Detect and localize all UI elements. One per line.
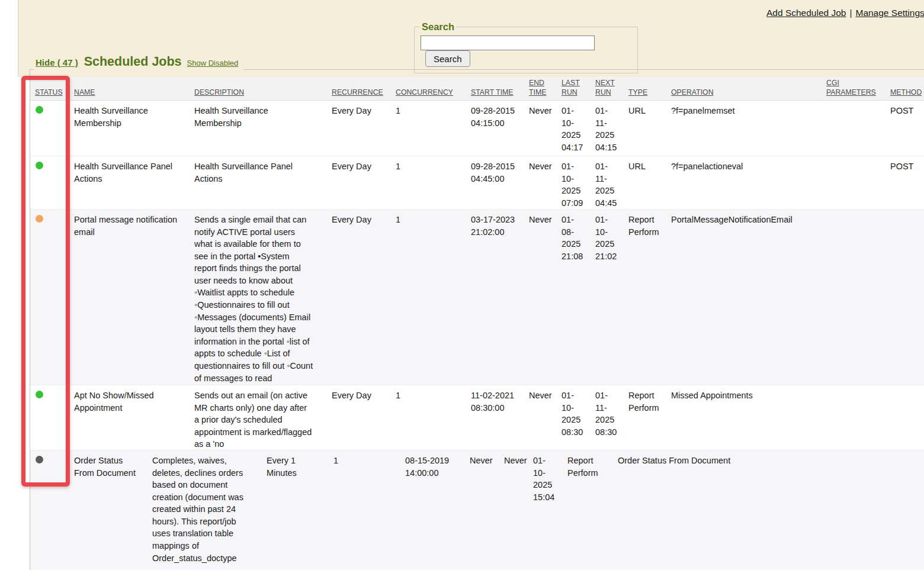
recurrence-cell: Every Day xyxy=(332,385,396,450)
status-cell xyxy=(30,101,74,156)
concurrency-cell: 1 xyxy=(396,101,471,156)
link-separator: | xyxy=(849,8,852,18)
start-time-cell: 09-28-2015 04:45:00 xyxy=(471,156,529,209)
table-row[interactable]: Health Surveillance Membership Health Su… xyxy=(30,101,924,156)
start-time-cell: 03-17-2023 21:02:00 xyxy=(471,210,529,385)
add-scheduled-job-link[interactable]: Add Scheduled Job xyxy=(766,8,846,18)
table-row[interactable]: Portal message notification email Sends … xyxy=(30,209,924,385)
last-run-cell: 01-08-2025 21:08 xyxy=(562,210,595,385)
column-header-last-run: LAST RUN xyxy=(562,77,595,100)
table-row[interactable]: Health Surveillance Panel Actions Health… xyxy=(30,156,924,209)
jobs-panel-legend: Hide ( 47 ) Scheduled Jobs Show Disabled xyxy=(34,54,243,71)
status-dot-green xyxy=(36,106,43,114)
type-cell: URL xyxy=(628,101,671,156)
status-cell xyxy=(30,210,74,385)
concurrency-cell: 1 xyxy=(396,156,471,209)
search-panel: Search Search xyxy=(414,21,638,73)
operation-cell: ?f=panelmemset xyxy=(671,101,826,156)
start-time-cell: 08-15-2019 14:00:00 xyxy=(405,450,470,570)
column-header-name: NAME xyxy=(74,77,194,100)
operation-cell: ?f=panelactioneval xyxy=(671,156,826,209)
top-links: Add Scheduled Job|Manage Settings xyxy=(766,8,924,18)
method-cell xyxy=(890,210,924,385)
description-cell: Sends out an email (on active MR charts … xyxy=(194,385,332,450)
method-cell xyxy=(890,450,924,570)
search-panel-legend: Search xyxy=(419,21,457,33)
status-dot-green xyxy=(36,162,43,169)
search-button[interactable]: Search xyxy=(425,50,470,67)
description-cell: Health Surveillance Membership xyxy=(194,101,332,156)
name-cell: Apt No Show/Missed Appointment xyxy=(74,385,194,450)
next-run-cell: 01-11-2025 04:15 xyxy=(595,101,628,156)
search-input[interactable] xyxy=(421,36,595,50)
page-title: Scheduled Jobs xyxy=(84,54,182,69)
operation-cell: Missed Appointments xyxy=(671,385,826,450)
status-dot-green xyxy=(36,391,43,398)
operation-cell: PortalMessageNotificationEmail xyxy=(671,210,826,385)
column-header-type: TYPE xyxy=(628,77,671,100)
next-run-cell: 01-11-2025 04:45 xyxy=(595,156,628,209)
manage-settings-link[interactable]: Manage Settings xyxy=(855,8,924,18)
column-header-operation: OPERATION xyxy=(671,77,826,100)
concurrency-cell: 1 xyxy=(396,210,471,385)
start-time-cell: 11-02-2021 08:30:00 xyxy=(471,385,529,450)
description-cell: Health Surveillance Panel Actions xyxy=(194,156,332,209)
cgi-parameters-cell xyxy=(826,101,890,156)
method-cell xyxy=(890,385,924,450)
column-header-status: STATUS xyxy=(30,77,74,100)
status-dot-gray xyxy=(36,456,43,463)
cgi-parameters-cell xyxy=(826,210,890,385)
cgi-parameters-cell xyxy=(826,156,890,209)
concurrency-cell: 1 xyxy=(396,385,471,450)
column-header-end-time: END TIME xyxy=(529,77,562,100)
column-header-cgi-parameters: CGI PARAMETERS xyxy=(826,77,890,100)
last-run-cell: 01-10-2025 08:30 xyxy=(562,385,595,450)
table-header-row: STATUS NAME DESCRIPTION RECURRENCE CONCU… xyxy=(30,77,924,101)
recurrence-cell: Every Day xyxy=(332,210,396,385)
column-header-recurrence: RECURRENCE xyxy=(332,77,396,100)
table-row[interactable]: Apt No Show/Missed Appointment Sends out… xyxy=(30,385,924,450)
method-cell: POST xyxy=(890,101,924,156)
name-cell: Health Surveillance Membership xyxy=(74,101,194,156)
column-header-method: METHOD xyxy=(890,77,924,100)
recurrence-cell: Every Day xyxy=(332,101,396,156)
description-cell: Sends a single email that can notify ACT… xyxy=(194,210,332,385)
end-time-cell: Never xyxy=(529,101,562,156)
hide-count-link[interactable]: Hide ( 47 ) xyxy=(36,57,78,67)
method-cell: POST xyxy=(890,156,924,209)
column-header-description: DESCRIPTION xyxy=(194,77,332,100)
last-run-cell: 01-10-2025 07:09 xyxy=(562,156,595,209)
name-cell: Health Surveillance Panel Actions xyxy=(74,156,194,209)
column-header-start-time: START TIME xyxy=(471,77,529,100)
next-run-cell: 01-10-2025 15:04 xyxy=(533,450,567,570)
name-cell: Portal message notification email xyxy=(74,210,194,385)
scheduled-jobs-table: STATUS NAME DESCRIPTION RECURRENCE CONCU… xyxy=(30,77,924,570)
type-cell: Report Perform xyxy=(628,210,671,385)
status-cell xyxy=(30,385,74,450)
next-run-cell: 01-11-2025 08:30 xyxy=(595,385,628,450)
type-cell: Report Perform xyxy=(567,450,618,570)
jobs-panel: STATUS NAME DESCRIPTION RECURRENCE CONCU… xyxy=(30,69,924,570)
concurrency-cell: 1 xyxy=(333,450,405,570)
last-run-cell: 01-10-2025 04:17 xyxy=(562,101,595,156)
last-run-cell: Never xyxy=(504,450,533,570)
column-header-next-run: NEXT RUN xyxy=(595,77,628,100)
status-cell xyxy=(30,450,74,570)
end-time-cell: Never xyxy=(470,450,504,570)
recurrence-cell: Every 1 Minutes xyxy=(267,450,333,570)
column-header-concurrency: CONCURRENCY xyxy=(396,77,471,100)
description-cell: Completes, waives, deletes, declines ord… xyxy=(152,450,267,570)
status-dot-orange xyxy=(36,215,43,223)
cgi-parameters-cell xyxy=(826,450,890,570)
operation-cell: Order Status From Document xyxy=(618,450,826,570)
name-cell: Order Status From Document xyxy=(74,450,152,570)
end-time-cell: Never xyxy=(529,210,562,385)
cgi-parameters-cell xyxy=(826,385,890,450)
next-run-cell: 01-10-2025 21:02 xyxy=(595,210,628,385)
scheduled-jobs-page: Add Scheduled Job|Manage Settings Search… xyxy=(0,0,924,570)
show-disabled-link[interactable]: Show Disabled xyxy=(187,59,239,67)
end-time-cell: Never xyxy=(529,156,562,209)
table-row[interactable]: Order Status From Document Completes, wa… xyxy=(30,450,924,570)
recurrence-cell: Every Day xyxy=(332,156,396,209)
end-time-cell: Never xyxy=(529,385,562,450)
